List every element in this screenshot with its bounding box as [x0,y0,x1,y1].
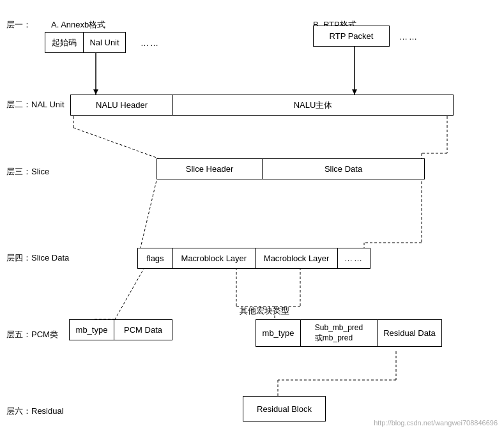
layer2-label: 层二：NAL Unit [6,99,65,110]
macroblock2-cell: Macroblock Layer [256,248,338,268]
submb-cell: Sub_mb_pred 或mb_pred [301,320,378,346]
layer5-label: 层五：PCM类 [6,329,58,340]
diagram: 层一： A. Annexb格式 B. RTP格式 起始码 Nal Unit ……… [0,0,504,433]
slice-group: Slice Header Slice Data [157,158,425,179]
slice-header-cell: Slice Header [157,159,263,179]
svg-line-8 [73,128,158,158]
annexb-group: 起始码 Nal Unit [45,32,126,53]
nalunit1-cell: Nal Unit [84,33,125,52]
slice-data-cell: Slice Data [263,159,424,179]
rtp-packet-box: RTP Packet [313,26,390,47]
arrows-svg [0,0,504,433]
qishima-cell: 起始码 [45,33,84,52]
residual-block-box: Residual Block [243,396,326,422]
pcm-group: mb_type PCM Data [69,319,172,340]
svg-marker-3 [352,89,357,95]
annexb-label: A. Annexb格式 [51,19,105,31]
residualdata-cell: Residual Data [378,320,441,346]
dots3-cell: …… [338,248,370,268]
slicedata-group: flags Macroblock Layer Macroblock Layer … [137,248,370,269]
layer6-label: 层六：Residual [6,406,64,417]
other-group: mb_type Sub_mb_pred 或mb_pred Residual Da… [256,319,442,347]
layer1-label: 层一： [6,19,31,31]
dots2: …… [399,32,418,42]
svg-line-12 [141,172,158,248]
svg-marker-1 [93,89,98,95]
mbtype1-cell: mb_type [70,320,114,340]
flags-cell: flags [138,248,173,268]
dots1: …… [141,38,160,48]
nalu-group: NALU Header NALU主体 [70,95,454,116]
mbtype2-cell: mb_type [256,320,301,346]
layer4-label: 层四：Slice Data [6,252,69,264]
nalu-header-cell: NALU Header [71,95,173,115]
nalu-body-cell: NALU主体 [173,95,453,115]
svg-line-13 [115,263,147,319]
watermark: http://blog.csdn.net/wangwei708846696 [374,419,498,427]
pcmdata-cell: PCM Data [114,320,172,340]
layer3-label: 层三：Slice [6,166,49,178]
other-macroblock-label: 其他宏块类型 [240,305,289,317]
macroblock1-cell: Macroblock Layer [173,248,256,268]
